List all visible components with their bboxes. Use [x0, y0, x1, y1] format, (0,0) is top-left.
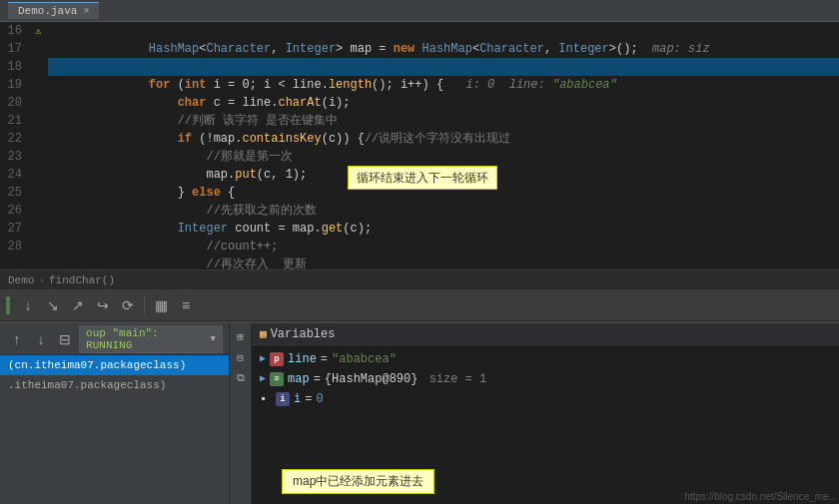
var-row-i[interactable]: ▪ i i = 0: [252, 389, 839, 409]
running-label: oup "main": RUNNING: [86, 327, 208, 351]
var-type-icon-i: i: [276, 392, 290, 406]
line-numbers: 16 17 18 19 20 21 22 23 24 25 26 27 28: [0, 22, 28, 269]
code-content[interactable]: HashMap<Character, Integer> map = new Ha…: [48, 22, 839, 269]
bottom-panel: ↑ ↓ ⊟ oup "main": RUNNING ▼ (cn.itheima0…: [0, 321, 839, 504]
thread-toolbar: ↑ ↓ ⊟ oup "main": RUNNING ▼: [0, 323, 229, 355]
var-val-line: "ababcea": [332, 349, 397, 369]
variables-icon: ▦: [260, 327, 267, 340]
bottom-annotation: map中已经添加元素进去: [282, 469, 434, 494]
copy-btn[interactable]: ⧉: [232, 369, 250, 387]
running-badge[interactable]: oup "main": RUNNING ▼: [79, 325, 223, 353]
variables-title: Variables: [271, 327, 336, 341]
code-line-17: //2:遍历字符串: [48, 40, 839, 58]
var-eq-map: =: [314, 369, 321, 389]
breadcrumb-sep: ›: [38, 274, 45, 286]
code-line-20: //判断 该字符 是否在键集中: [48, 94, 839, 112]
code-line-26: Integer count = map.get(c);: [48, 202, 839, 220]
thread-up-btn[interactable]: ↑: [6, 328, 27, 350]
thread-panel: ↑ ↓ ⊟ oup "main": RUNNING ▼ (cn.itheima0…: [0, 323, 230, 504]
variables-panel: ▦ Variables ▶ p line = "ababcea" ▶ ≡ map…: [252, 323, 839, 504]
variables-content: ▶ p line = "ababcea" ▶ ≡ map = {HashMap@…: [252, 345, 839, 504]
var-row-map[interactable]: ▶ ≡ map = {HashMap@890} size = 1: [252, 369, 839, 389]
run-cursor-btn[interactable]: ↪: [92, 294, 114, 316]
toolbar-sep-1: [144, 296, 145, 314]
gutter: ⚠: [28, 22, 48, 269]
running-dropdown-icon: ▼: [211, 334, 216, 344]
code-line-scroll: ...: [48, 255, 839, 269]
file-tab[interactable]: Demo.java ×: [8, 2, 99, 19]
code-annotation-loop: 循环结束进入下一轮循环: [348, 166, 497, 190]
thread-item-0[interactable]: (cn.itheima07.packageclass): [0, 355, 229, 375]
layout-btn[interactable]: ≡: [175, 294, 197, 316]
var-eq-line: =: [321, 349, 328, 369]
breakpoint-icon: ⚠: [28, 22, 48, 40]
code-line-18: for (int i = 0; i < line.length(); i++) …: [48, 58, 839, 76]
thread-filter-btn[interactable]: ⊟: [55, 328, 76, 350]
step-into-btn[interactable]: ↘: [42, 294, 64, 316]
code-line-24: } else { 循环结束进入下一轮循环: [48, 166, 839, 184]
thread-list: (cn.itheima07.packageclass) .itheima07.p…: [0, 355, 229, 504]
debug-indicator: [6, 296, 10, 314]
thread-item-0-label: (cn.itheima07.packageclass): [8, 359, 186, 371]
var-val-map: {HashMap@890}: [325, 369, 419, 389]
thread-item-1-label: .itheima07.packageclass): [8, 379, 166, 391]
code-line-27: //count++;: [48, 220, 839, 238]
code-line-22: //那就是第一次: [48, 130, 839, 148]
evaluate-btn[interactable]: ⟳: [117, 294, 139, 316]
code-line-19: char c = line.charAt(i);: [48, 76, 839, 94]
var-row-line[interactable]: ▶ p line = "ababcea": [252, 349, 839, 369]
var-val-i: 0: [316, 389, 323, 409]
editor-area: 16 17 18 19 20 21 22 23 24 25 26 27 28 ⚠: [0, 22, 839, 269]
collapse-all-btn[interactable]: ⊟: [232, 348, 250, 366]
var-eq-i: =: [305, 389, 312, 409]
step-over-btn[interactable]: ↓: [17, 294, 39, 316]
title-bar: Demo.java ×: [0, 0, 839, 22]
frames-btn[interactable]: ▦: [150, 294, 172, 316]
breadcrumb-class: Demo: [8, 274, 34, 286]
code-line-21: if (!map.containsKey(c)) {//说明这个字符没有出现过: [48, 112, 839, 130]
var-name-i: i: [294, 389, 301, 409]
variables-toolbar-strip: ⊞ ⊟ ⧉: [230, 323, 252, 504]
thread-item-1[interactable]: .itheima07.packageclass): [0, 375, 229, 395]
breadcrumb: Demo › findChar(): [0, 269, 839, 289]
code-line-16: HashMap<Character, Integer> map = new Ha…: [48, 22, 839, 40]
var-expand-map[interactable]: ▶: [260, 369, 266, 389]
variables-header: ▦ Variables: [252, 323, 839, 345]
tab-close-icon[interactable]: ×: [83, 6, 89, 17]
watermark: https://blog.csdn.net/Silence_me...: [684, 491, 837, 502]
code-line-23: map.put(c, 1);: [48, 148, 839, 166]
code-line-28: //再次存入 更新: [48, 238, 839, 255]
debug-toolbar: ↓ ↘ ↗ ↪ ⟳ ▦ ≡: [0, 289, 839, 321]
expand-all-btn[interactable]: ⊞: [232, 327, 250, 345]
tab-label: Demo.java: [18, 5, 77, 17]
var-type-icon-arr: ≡: [270, 372, 284, 386]
var-expand-line[interactable]: ▶: [260, 349, 266, 369]
var-type-icon-p: p: [270, 352, 284, 366]
var-name-map: map: [288, 369, 310, 389]
var-name-line: line: [288, 349, 317, 369]
breadcrumb-method: findChar(): [49, 274, 115, 286]
thread-down-btn[interactable]: ↓: [30, 328, 51, 350]
var-no-expand: ▪: [260, 389, 272, 409]
step-out-btn[interactable]: ↗: [67, 294, 89, 316]
var-size-map: size = 1: [421, 369, 486, 389]
